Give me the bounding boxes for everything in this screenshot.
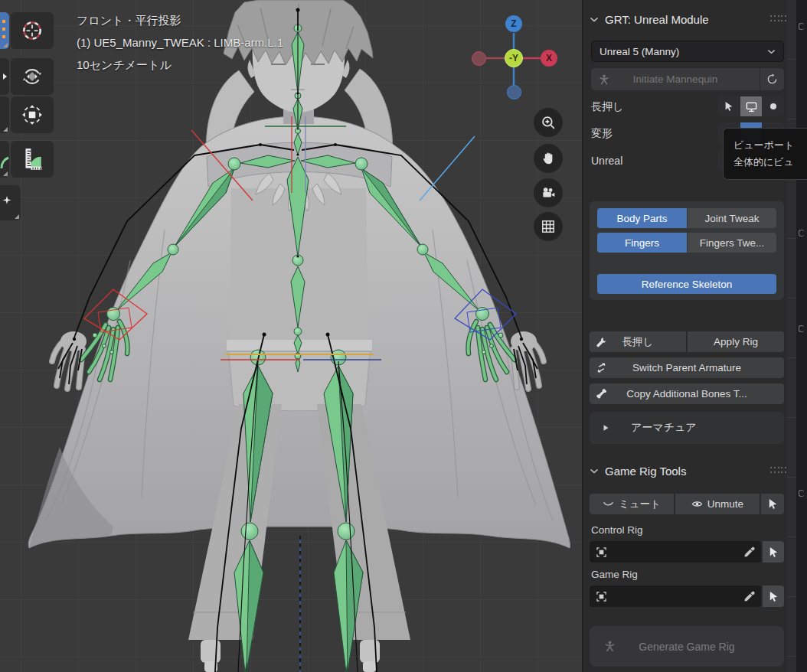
tool-extra-partial[interactable] bbox=[0, 185, 21, 220]
body-parts-button[interactable]: Body Parts bbox=[597, 208, 687, 228]
object-data-icon bbox=[596, 591, 607, 602]
panel-title: Game Rig Tools bbox=[605, 465, 686, 478]
move-tool-icon bbox=[0, 58, 9, 95]
mute-curve-icon bbox=[603, 498, 614, 510]
armature-subpanel-header[interactable]: アーマチュア bbox=[590, 412, 784, 444]
longpress-viewport-toggle[interactable] bbox=[740, 96, 762, 116]
triangle-right-icon bbox=[602, 424, 609, 432]
control-rig-field[interactable] bbox=[590, 541, 761, 563]
gizmo-axis-z[interactable]: Z bbox=[505, 15, 522, 32]
tool-tweak-active[interactable] bbox=[0, 12, 9, 49]
mute-button[interactable]: ミュート bbox=[590, 494, 675, 514]
cursor-arrow-icon bbox=[768, 546, 779, 558]
generate-game-rig-button[interactable]: Generate Game Rig bbox=[590, 626, 784, 667]
eyedropper-icon[interactable] bbox=[743, 546, 755, 558]
armature-subpanel-label: アーマチュア bbox=[631, 421, 697, 435]
chevron-down-icon bbox=[590, 17, 599, 22]
game-rig-pick-button[interactable] bbox=[763, 586, 784, 607]
panel-title: GRT: Unreal Module bbox=[605, 13, 709, 26]
pan-button[interactable] bbox=[534, 144, 563, 173]
active-object-label: (1) UE5_Manny_TWEAK : LIMB-arm.L.1 bbox=[77, 31, 283, 54]
toggle-grid-button[interactable] bbox=[534, 212, 563, 241]
hand-icon bbox=[541, 151, 556, 166]
longpress-cursor-toggle[interactable] bbox=[718, 96, 740, 116]
tool-transform[interactable] bbox=[11, 96, 54, 133]
fingers-button[interactable]: Fingers bbox=[597, 233, 687, 253]
tooltip-line-2: 全体的にビュ bbox=[733, 154, 807, 171]
gizmo-axis-neg-z[interactable] bbox=[507, 85, 521, 99]
gizmo-axis-neg-y[interactable]: -Y bbox=[505, 49, 523, 67]
row-deform-label: 変形 bbox=[591, 127, 613, 141]
camera-view-button[interactable] bbox=[534, 178, 563, 207]
sidebar-tab-strip[interactable] bbox=[796, 0, 807, 672]
control-rig-label: Control Rig bbox=[591, 524, 643, 536]
view-name-label: フロント・平行投影 bbox=[77, 9, 283, 31]
wrench-icon bbox=[596, 337, 606, 347]
tool-annotate-partial[interactable] bbox=[0, 141, 9, 178]
initiate-mannequin-label: Initiate Mannequin bbox=[633, 73, 717, 85]
panel-grip-handle[interactable] bbox=[770, 15, 787, 23]
cursor-arrow-icon bbox=[724, 101, 734, 112]
n-panel-sidebar: GRT: Unreal Module Unreal 5 (Manny) Init… bbox=[582, 0, 807, 672]
tooltip-line-1: ビューポート bbox=[733, 137, 807, 154]
preset-dropdown[interactable]: Unreal 5 (Manny) bbox=[591, 41, 784, 62]
preset-dropdown-value: Unreal 5 (Manny) bbox=[600, 46, 679, 57]
rig-layers-groupbox: Body Parts Joint Tweak Fingers Fingers T… bbox=[590, 201, 784, 300]
chevron-down-icon bbox=[590, 468, 599, 474]
tool-cursor[interactable] bbox=[11, 12, 54, 49]
mannequin-icon bbox=[603, 640, 616, 653]
joint-tweak-button[interactable]: Joint Tweak bbox=[688, 208, 776, 228]
gizmo-axis-x[interactable]: X bbox=[541, 50, 557, 67]
tool-measure[interactable] bbox=[11, 141, 54, 178]
navigation-gizmo[interactable]: Z X -Y bbox=[468, 16, 560, 102]
cursor-arrow-icon bbox=[767, 498, 779, 510]
apply-longpress-button[interactable]: 長押し bbox=[590, 331, 687, 352]
refresh-icon bbox=[766, 73, 778, 85]
refresh-button[interactable] bbox=[760, 68, 784, 90]
scale-label: 10センチメートル bbox=[77, 54, 283, 76]
panel-grip-handle[interactable] bbox=[770, 467, 787, 475]
blender-window: フロント・平行投影 (1) UE5_Manny_TWEAK : LIMB-arm… bbox=[0, 0, 807, 672]
grid-icon bbox=[541, 219, 556, 234]
reference-skeleton-button[interactable]: Reference Skeleton bbox=[597, 274, 776, 294]
rotate-tool-icon bbox=[20, 64, 44, 89]
game-rig-field[interactable] bbox=[590, 586, 761, 607]
game-rig-label: Game Rig bbox=[591, 569, 638, 580]
eyedropper-icon[interactable] bbox=[743, 591, 755, 602]
monitor-icon bbox=[746, 101, 757, 113]
longpress-render-toggle[interactable] bbox=[763, 96, 784, 116]
viewport-3d[interactable]: フロント・平行投影 (1) UE5_Manny_TWEAK : LIMB-arm… bbox=[0, 0, 582, 672]
tool-move-partial[interactable] bbox=[0, 58, 9, 95]
fingers-tweak-button[interactable]: Fingers Twe... bbox=[688, 233, 776, 253]
zoom-button[interactable] bbox=[534, 108, 563, 137]
panel-header-game-rig-tools[interactable]: Game Rig Tools bbox=[590, 463, 686, 478]
circle-icon bbox=[768, 101, 779, 112]
tool-scale-partial[interactable] bbox=[0, 96, 9, 133]
sidebar-scroll-strip[interactable] bbox=[787, 0, 796, 672]
cursor-arrow-icon bbox=[768, 591, 779, 602]
bone-icon bbox=[596, 388, 607, 400]
mannequin-icon bbox=[598, 73, 610, 86]
tooltip: ビューポート 全体的にビュ bbox=[723, 128, 807, 180]
panel-header-grt[interactable]: GRT: Unreal Module bbox=[590, 11, 709, 27]
object-data-icon bbox=[596, 546, 607, 558]
measure-tool-icon bbox=[20, 147, 44, 171]
apply-rig-button[interactable]: Apply Rig bbox=[688, 331, 784, 352]
viewport-header-text: フロント・平行投影 (1) UE5_Manny_TWEAK : LIMB-arm… bbox=[77, 9, 283, 76]
magnifier-plus-icon bbox=[541, 115, 556, 130]
gizmo-axis-neg-x[interactable] bbox=[472, 51, 486, 66]
cursor-tool-icon bbox=[20, 18, 44, 43]
transform-tool-icon bbox=[20, 103, 44, 127]
swap-arrows-icon bbox=[596, 362, 607, 374]
eye-icon bbox=[691, 498, 703, 510]
switch-parent-armature-button[interactable]: Switch Parent Armature bbox=[590, 357, 784, 378]
chevron-down-icon bbox=[767, 49, 776, 54]
camera-icon bbox=[541, 185, 556, 201]
copy-additional-bones-button[interactable]: Copy Additional Bones T... bbox=[590, 383, 784, 404]
initiate-mannequin-button[interactable]: Initiate Mannequin bbox=[591, 68, 760, 90]
control-rig-pick-button[interactable] bbox=[763, 541, 784, 563]
unmute-button[interactable]: Unmute bbox=[675, 494, 760, 514]
select-rig-button[interactable] bbox=[761, 494, 784, 514]
row-longpress-label: 長押し bbox=[591, 100, 623, 114]
tool-rotate[interactable] bbox=[11, 58, 54, 95]
